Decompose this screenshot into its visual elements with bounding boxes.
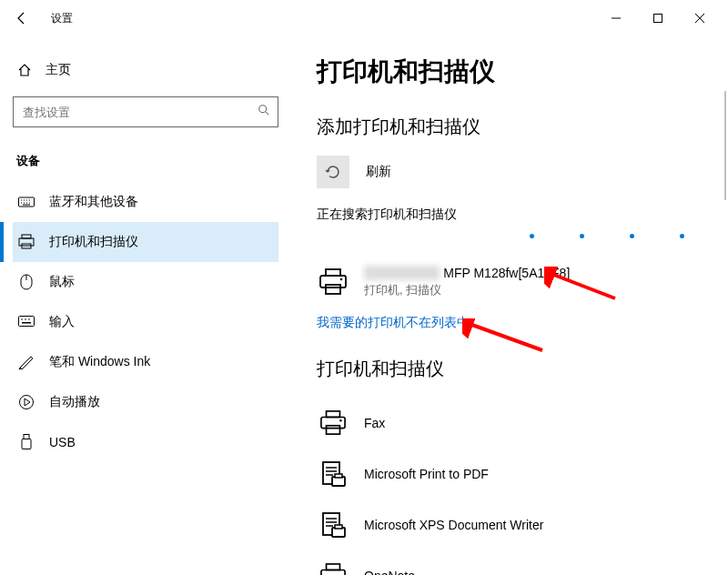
found-printer-item[interactable]: ████████ MFP M128fw[5A18F8] 打印机, 扫描仪: [317, 260, 703, 315]
svg-rect-14: [22, 439, 31, 449]
svg-rect-28: [335, 525, 342, 529]
found-printer-name: ████████ MFP M128fw[5A18F8]: [364, 266, 570, 280]
svg-point-9: [25, 318, 26, 320]
found-printer-subtitle: 打印机, 扫描仪: [364, 282, 570, 298]
device-item-onenote[interactable]: OneNote: [317, 550, 703, 575]
redacted-text: ████████: [364, 266, 440, 280]
back-button[interactable]: [7, 4, 36, 33]
svg-rect-20: [321, 417, 345, 428]
home-icon: [16, 62, 33, 78]
svg-point-10: [28, 318, 30, 320]
refresh-row: 刷新: [317, 156, 703, 188]
search-box[interactable]: [13, 96, 278, 127]
printer-icon: [317, 266, 349, 298]
window-controls: [595, 4, 721, 33]
svg-point-1: [259, 106, 267, 113]
device-item-fax[interactable]: Fax: [317, 398, 703, 449]
maximize-button[interactable]: [637, 4, 679, 33]
sidebar-item-label: 自动播放: [49, 394, 100, 410]
device-name: OneNote: [364, 569, 415, 575]
device-name: Fax: [364, 416, 385, 430]
svg-rect-13: [24, 435, 29, 439]
printer-icon: [18, 234, 35, 250]
device-item-xps-writer[interactable]: Microsoft XPS Document Writer: [317, 499, 703, 550]
svg-rect-21: [327, 426, 340, 434]
main-panel: 打印机和扫描仪 添加打印机和扫描仪 刷新 正在搜索打印机和扫描仪 ███████…: [291, 36, 728, 575]
svg-point-8: [21, 318, 23, 320]
sidebar-item-mouse[interactable]: 鼠标: [13, 262, 278, 302]
progress-dot: [630, 234, 634, 238]
add-section-title: 添加打印机和扫描仪: [317, 115, 703, 139]
mouse-icon: [18, 274, 35, 290]
svg-rect-25: [335, 474, 342, 478]
close-icon: [695, 14, 704, 23]
keyboard-icon: [18, 194, 35, 210]
page-title: 打印机和扫描仪: [317, 55, 703, 89]
minimize-button[interactable]: [595, 4, 637, 33]
pen-icon: [18, 354, 35, 370]
svg-rect-3: [22, 235, 31, 238]
sidebar-item-pen[interactable]: 笔和 Windows Ink: [13, 342, 278, 382]
refresh-button[interactable]: [317, 156, 349, 188]
searching-status: 正在搜索打印机和扫描仪: [317, 207, 703, 223]
sidebar-item-autoplay[interactable]: 自动播放: [13, 382, 278, 422]
sidebar-item-label: 鼠标: [49, 274, 75, 290]
svg-rect-16: [320, 276, 346, 288]
sidebar-item-label: 蓝牙和其他设备: [49, 194, 138, 210]
progress-dot: [580, 234, 584, 238]
progress-dot: [680, 234, 684, 238]
usb-icon: [18, 434, 35, 450]
sidebar-item-label: 输入: [49, 314, 75, 330]
svg-point-12: [20, 396, 34, 409]
device-name: Microsoft XPS Document Writer: [364, 518, 543, 532]
svg-rect-29: [327, 564, 340, 570]
document-printer-icon: [317, 509, 349, 541]
scrollbar-thumb[interactable]: [724, 91, 726, 200]
autoplay-icon: [18, 394, 35, 410]
svg-rect-17: [326, 285, 340, 294]
svg-rect-7: [19, 317, 35, 327]
svg-point-18: [340, 278, 343, 281]
window-title: 设置: [51, 11, 73, 26]
printer-not-listed-link[interactable]: 我需要的打印机不在列表中: [317, 315, 703, 331]
sidebar-item-bluetooth[interactable]: 蓝牙和其他设备: [13, 182, 278, 222]
document-printer-icon: [317, 458, 349, 490]
refresh-icon: [324, 163, 342, 181]
progress-dot: [530, 234, 534, 238]
search-icon: [258, 104, 270, 120]
sidebar-item-typing[interactable]: 输入: [13, 302, 278, 342]
maximize-icon: [653, 14, 662, 23]
svg-rect-19: [327, 411, 340, 418]
sidebar-item-usb[interactable]: USB: [13, 422, 278, 462]
printer-icon: [317, 407, 349, 439]
search-input[interactable]: [14, 97, 278, 126]
sidebar-item-label: 笔和 Windows Ink: [49, 354, 150, 370]
device-name: Microsoft Print to PDF: [364, 467, 489, 481]
sidebar: 主页 设备 蓝牙和其他设备 打印机和扫描仪 鼠标: [0, 36, 291, 575]
typing-icon: [18, 314, 35, 330]
titlebar: 设置: [0, 0, 728, 36]
svg-rect-15: [326, 269, 340, 276]
minimize-icon: [612, 14, 621, 23]
device-item-print-pdf[interactable]: Microsoft Print to PDF: [317, 449, 703, 499]
home-link[interactable]: 主页: [13, 55, 278, 86]
sidebar-section-header: 设备: [13, 149, 278, 182]
home-label: 主页: [46, 62, 71, 78]
printer-icon: [317, 560, 349, 575]
list-section-title: 打印机和扫描仪: [317, 357, 703, 381]
arrow-left-icon: [15, 11, 29, 25]
progress-dots: [317, 234, 703, 238]
sidebar-item-label: 打印机和扫描仪: [49, 234, 138, 250]
close-button[interactable]: [679, 4, 721, 33]
svg-rect-4: [19, 238, 34, 246]
sidebar-item-label: USB: [49, 435, 76, 449]
sidebar-item-printers[interactable]: 打印机和扫描仪: [13, 222, 278, 262]
refresh-label: 刷新: [366, 164, 391, 180]
svg-rect-11: [22, 322, 31, 324]
svg-rect-0: [654, 15, 662, 23]
svg-point-22: [339, 419, 341, 421]
svg-rect-30: [321, 570, 345, 575]
